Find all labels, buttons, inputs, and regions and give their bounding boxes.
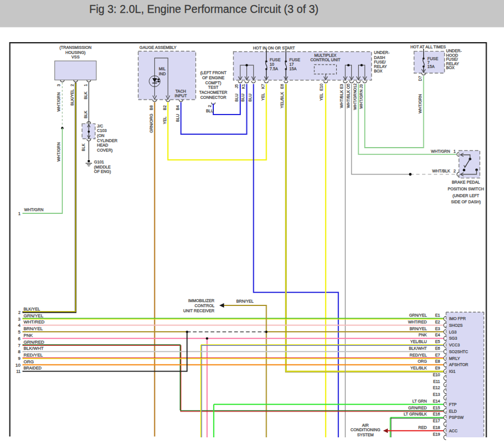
svg-text:J/C: J/C xyxy=(97,124,103,129)
svg-text:O5: O5 xyxy=(346,84,351,89)
svg-text:COMPT): COMPT) xyxy=(205,80,221,85)
svg-text:VSS: VSS xyxy=(71,54,80,60)
svg-text:YEL/BLK: YEL/BLK xyxy=(410,365,427,371)
svg-text:LG3: LG3 xyxy=(449,330,457,335)
svg-text:GRN/YEL: GRN/YEL xyxy=(24,313,44,318)
svg-text:CONTROL UNIT: CONTROL UNIT xyxy=(310,57,341,62)
svg-text:E14: E14 xyxy=(433,399,440,404)
svg-text:2: 2 xyxy=(19,310,21,315)
svg-text:SG3: SG3 xyxy=(449,336,457,341)
svg-text:INPUT: INPUT xyxy=(175,93,187,98)
svg-text:WHT/GRN: WHT/GRN xyxy=(359,89,364,108)
svg-text:LT GRN: LT GRN xyxy=(413,399,427,404)
svg-text:BLK/YEL: BLK/YEL xyxy=(70,89,75,106)
svg-text:RED/YEL: RED/YEL xyxy=(24,353,43,358)
svg-text:E13: E13 xyxy=(433,392,440,397)
svg-text:FTP: FTP xyxy=(449,402,457,407)
svg-text:LT GRN/BLK: LT GRN/BLK xyxy=(404,412,427,417)
svg-text:O12: O12 xyxy=(352,84,358,92)
svg-text:BLU: BLU xyxy=(248,94,253,102)
svg-text:E3: E3 xyxy=(339,84,344,89)
svg-text:VCC3: VCC3 xyxy=(449,342,460,348)
svg-text:UNIT RECEIVER: UNIT RECEIVER xyxy=(184,308,214,313)
svg-text:E8: E8 xyxy=(435,359,440,364)
svg-text:BRN/YEL: BRN/YEL xyxy=(24,326,43,331)
svg-text:J5: J5 xyxy=(234,84,239,89)
svg-text:7.5A: 7.5A xyxy=(270,66,278,71)
svg-text:WHT/RED: WHT/RED xyxy=(408,319,427,324)
svg-text:ORG: ORG xyxy=(418,359,427,364)
svg-text:WHT/GRN: WHT/GRN xyxy=(352,90,358,109)
svg-text:BLU: BLU xyxy=(234,94,239,102)
svg-text:WHT/GRN: WHT/GRN xyxy=(418,94,423,113)
svg-text:ELD: ELD xyxy=(449,409,457,414)
svg-text:PNK: PNK xyxy=(24,333,33,338)
svg-text:Fig 3: 2.0L, Engine Performanc: Fig 3: 2.0L, Engine Performance Circuit … xyxy=(89,3,319,15)
svg-text:(LEFT FRONT: (LEFT FRONT xyxy=(200,70,227,75)
svg-text:YEL/BLK: YEL/BLK xyxy=(280,92,285,108)
svg-text:E1: E1 xyxy=(435,313,440,318)
svg-text:WHT/BLK: WHT/BLK xyxy=(432,168,450,173)
svg-text:E11: E11 xyxy=(433,379,440,384)
svg-text:GAUGE ASSEMBLY: GAUGE ASSEMBLY xyxy=(140,45,177,50)
svg-text:2: 2 xyxy=(70,84,75,86)
svg-text:E10: E10 xyxy=(433,372,440,377)
svg-text:2: 2 xyxy=(453,168,456,173)
svg-text:(UNDER LEFT: (UNDER LEFT xyxy=(452,193,479,198)
svg-text:WHT/GRN: WHT/GRN xyxy=(431,149,450,154)
svg-text:K7: K7 xyxy=(260,84,265,89)
svg-text:E18: E18 xyxy=(433,425,440,430)
svg-text:GRN/RED: GRN/RED xyxy=(24,340,44,345)
svg-text:1: 1 xyxy=(83,84,88,86)
svg-text:E9: E9 xyxy=(435,365,440,371)
svg-text:WHT/BLK: WHT/BLK xyxy=(339,90,344,108)
svg-text:PNK: PNK xyxy=(419,332,427,337)
svg-text:E2: E2 xyxy=(435,319,440,324)
svg-text:E4: E4 xyxy=(435,332,440,337)
svg-text:SHO2S: SHO2S xyxy=(449,323,463,328)
svg-text:BLK/YEL: BLK/YEL xyxy=(24,307,40,312)
svg-text:POSITION SWITCH: POSITION SWITCH xyxy=(448,186,484,191)
svg-text:WHT/GRN: WHT/GRN xyxy=(56,92,61,111)
svg-text:AFSHTOR: AFSHTOR xyxy=(449,362,468,367)
svg-text:BLK/WHT: BLK/WHT xyxy=(24,346,44,351)
svg-text:GRN/YEL: GRN/YEL xyxy=(409,313,427,318)
svg-text:WHT/GRN: WHT/GRN xyxy=(56,142,61,161)
svg-text:E15: E15 xyxy=(433,405,440,410)
svg-text:7: 7 xyxy=(18,343,21,348)
svg-text:YEL/BLU: YEL/BLU xyxy=(410,339,427,344)
svg-text:RED: RED xyxy=(418,425,427,430)
svg-text:BRN/YEL: BRN/YEL xyxy=(236,299,254,304)
svg-text:4: 4 xyxy=(18,323,21,328)
svg-text:BLK: BLK xyxy=(83,111,88,118)
svg-text:WHT/GRN: WHT/GRN xyxy=(24,207,43,212)
svg-text:IND: IND xyxy=(159,71,166,76)
svg-text:3: 3 xyxy=(18,317,21,322)
svg-text:YEL: YEL xyxy=(260,93,265,101)
svg-text:SIDE OF DASH): SIDE OF DASH) xyxy=(451,199,480,204)
svg-text:ACC: ACC xyxy=(449,428,457,433)
svg-text:BLK: BLK xyxy=(81,143,86,151)
svg-text:OF ENG): OF ENG) xyxy=(94,169,111,174)
svg-text:BLK: BLK xyxy=(83,92,88,99)
svg-text:10: 10 xyxy=(16,363,21,368)
svg-text:HOT IN ON OR START: HOT IN ON OR START xyxy=(253,45,295,51)
svg-text:IMMOBILIZER: IMMOBILIZER xyxy=(188,298,214,303)
svg-text:C103: C103 xyxy=(97,128,107,133)
svg-text:RED/YEL: RED/YEL xyxy=(410,353,427,358)
svg-text:BRN/YEL: BRN/YEL xyxy=(410,326,427,331)
svg-text:BOX: BOX xyxy=(374,68,382,74)
svg-text:1: 1 xyxy=(19,211,21,216)
svg-text:TEST: TEST xyxy=(208,85,219,90)
svg-text:SO2SHTC: SO2SHTC xyxy=(449,349,468,354)
svg-text:ORG: ORG xyxy=(24,359,34,364)
svg-text:TACHOMETER: TACHOMETER xyxy=(199,90,227,95)
svg-text:WHT/BLK: WHT/BLK xyxy=(346,90,351,108)
svg-text:E12: E12 xyxy=(433,385,440,390)
svg-text:15A: 15A xyxy=(290,66,297,71)
svg-text:PSPSW: PSPSW xyxy=(449,415,464,420)
svg-text:3: 3 xyxy=(56,84,61,86)
svg-text:B4: B4 xyxy=(175,105,180,110)
svg-text:BOX: BOX xyxy=(446,65,455,70)
svg-text:OF ENGINE: OF ENGINE xyxy=(202,75,224,80)
